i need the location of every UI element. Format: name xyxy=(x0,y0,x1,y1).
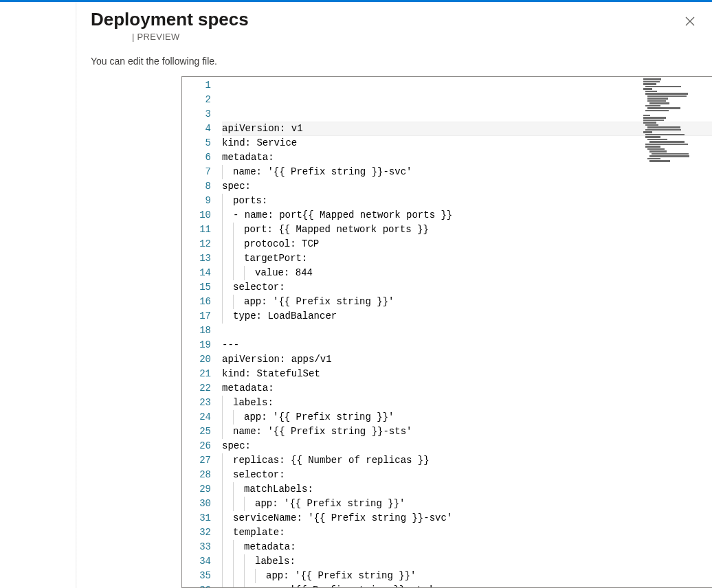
code-text: selector: xyxy=(233,468,285,482)
code-line[interactable]: port: {{ Mapped network ports }} xyxy=(222,223,712,237)
code-line[interactable]: name: '{{ Prefix string }}-svc' xyxy=(222,165,712,179)
code-line[interactable]: labels: xyxy=(222,554,712,569)
code-text: app: '{{ Prefix string }}' xyxy=(244,295,394,309)
close-button[interactable] xyxy=(680,12,700,31)
line-number: 12 xyxy=(182,237,211,251)
line-number: 5 xyxy=(182,136,211,150)
code-line[interactable]: metadata: xyxy=(222,150,712,165)
line-number: 2 xyxy=(182,93,211,107)
code-text: app: '{{ Prefix string }}' xyxy=(255,497,405,511)
editor-inner: 1234567891011121314151617181920212223242… xyxy=(182,77,712,587)
close-icon xyxy=(685,16,695,26)
code-content[interactable]: apiVersion: v1kind: Servicemetadata:name… xyxy=(222,77,712,587)
code-line[interactable]: app: '{{ Prefix string }}' xyxy=(222,410,712,425)
code-text: ports: xyxy=(233,194,267,208)
code-text: metadata: xyxy=(222,381,274,396)
line-number: 36 xyxy=(182,583,211,588)
code-line[interactable]: metadata: xyxy=(222,381,712,396)
line-number: 35 xyxy=(182,569,211,583)
code-text: metadata: xyxy=(222,150,274,165)
code-text: value: 844 xyxy=(255,266,313,280)
code-text: protocol: TCP xyxy=(244,237,319,251)
line-number: 16 xyxy=(182,295,211,309)
deployment-specs-panel: Deployment specs | PREVIEW You can edit … xyxy=(77,2,712,588)
code-line[interactable]: targetPort: xyxy=(222,251,712,266)
line-number: 11 xyxy=(182,223,211,237)
code-text: app: '{{ Prefix string }}' xyxy=(266,569,416,583)
line-number: 8 xyxy=(182,179,211,194)
code-text: spec: xyxy=(222,439,251,453)
code-text: matchLabels: xyxy=(244,482,313,497)
line-number-gutter: 1234567891011121314151617181920212223242… xyxy=(182,77,222,587)
code-text: replicas: {{ Number of replicas }} xyxy=(233,453,430,468)
line-number: 13 xyxy=(182,251,211,266)
code-line[interactable]: apiVersion: v1 xyxy=(222,122,712,136)
code-text: template: xyxy=(233,525,285,540)
code-text: name: '{{ Prefix string }}-svc' xyxy=(233,165,412,179)
line-number: 7 xyxy=(182,165,211,179)
code-editor[interactable]: 1234567891011121314151617181920212223242… xyxy=(181,76,712,588)
code-text: selector: xyxy=(233,280,285,295)
line-number: 6 xyxy=(182,150,211,165)
code-line[interactable]: value: 844 xyxy=(222,266,712,280)
panel-title: Deployment specs xyxy=(91,9,698,30)
code-line[interactable]: app: '{{ Prefix string }}' xyxy=(222,569,712,583)
code-text: port: {{ Mapped network ports }} xyxy=(244,223,429,237)
code-line[interactable]: name: '{{ Prefix string }}-sts' xyxy=(222,583,712,587)
code-text: name: '{{ Prefix string }}-sts' xyxy=(255,583,434,587)
code-line[interactable]: serviceName: '{{ Prefix string }}-svc' xyxy=(222,511,712,525)
code-line[interactable]: spec: xyxy=(222,179,712,194)
code-text: apiVersion: v1 xyxy=(222,122,303,136)
code-line[interactable]: metadata: xyxy=(222,540,712,554)
line-number: 19 xyxy=(182,338,211,352)
code-line[interactable]: type: LoadBalancer xyxy=(222,309,712,324)
code-line[interactable]: app: '{{ Prefix string }}' xyxy=(222,497,712,511)
line-number: 34 xyxy=(182,554,211,569)
line-number: 30 xyxy=(182,497,211,511)
line-number: 22 xyxy=(182,381,211,396)
code-line[interactable]: labels: xyxy=(222,396,712,410)
code-line[interactable] xyxy=(222,324,712,338)
line-number: 17 xyxy=(182,309,211,324)
panel-description: You can edit the following file. xyxy=(91,56,698,67)
code-text: - name: port{{ Mapped network ports }} xyxy=(233,208,452,223)
code-line[interactable]: apiVersion: apps/v1 xyxy=(222,352,712,367)
code-text: name: '{{ Prefix string }}-sts' xyxy=(233,425,412,439)
code-line[interactable]: protocol: TCP xyxy=(222,237,712,251)
code-line[interactable]: kind: StatefulSet xyxy=(222,367,712,381)
code-text: app: '{{ Prefix string }}' xyxy=(244,410,394,425)
code-text: labels: xyxy=(233,396,274,410)
line-number: 29 xyxy=(182,482,211,497)
code-line[interactable]: spec: xyxy=(222,439,712,453)
line-number: 33 xyxy=(182,540,211,554)
code-line[interactable]: app: '{{ Prefix string }}' xyxy=(222,295,712,309)
code-line[interactable]: template: xyxy=(222,525,712,540)
code-line[interactable]: ports: xyxy=(222,194,712,208)
code-text: spec: xyxy=(222,179,251,194)
code-line[interactable]: --- xyxy=(222,338,712,352)
code-line[interactable]: - name: port{{ Mapped network ports }} xyxy=(222,208,712,223)
line-number: 27 xyxy=(182,453,211,468)
line-number: 18 xyxy=(182,324,211,338)
line-number: 10 xyxy=(182,208,211,223)
code-line[interactable]: matchLabels: xyxy=(222,482,712,497)
line-number: 9 xyxy=(182,194,211,208)
code-line[interactable]: selector: xyxy=(222,280,712,295)
line-number: 4 xyxy=(182,122,211,136)
code-text: metadata: xyxy=(244,540,296,554)
code-text: targetPort: xyxy=(244,251,307,266)
line-number: 26 xyxy=(182,439,211,453)
line-number: 15 xyxy=(182,280,211,295)
line-number: 21 xyxy=(182,367,211,381)
line-number: 20 xyxy=(182,352,211,367)
code-text: serviceName: '{{ Prefix string }}-svc' xyxy=(233,511,452,525)
code-text: --- xyxy=(222,338,239,352)
code-line[interactable]: selector: xyxy=(222,468,712,482)
code-line[interactable]: kind: Service xyxy=(222,136,712,150)
code-line[interactable]: name: '{{ Prefix string }}-sts' xyxy=(222,425,712,439)
code-text: kind: Service xyxy=(222,136,297,150)
panel-subtitle: | PREVIEW xyxy=(132,32,698,42)
code-line[interactable]: replicas: {{ Number of replicas }} xyxy=(222,453,712,468)
line-number: 1 xyxy=(182,78,211,93)
line-number: 3 xyxy=(182,107,211,122)
